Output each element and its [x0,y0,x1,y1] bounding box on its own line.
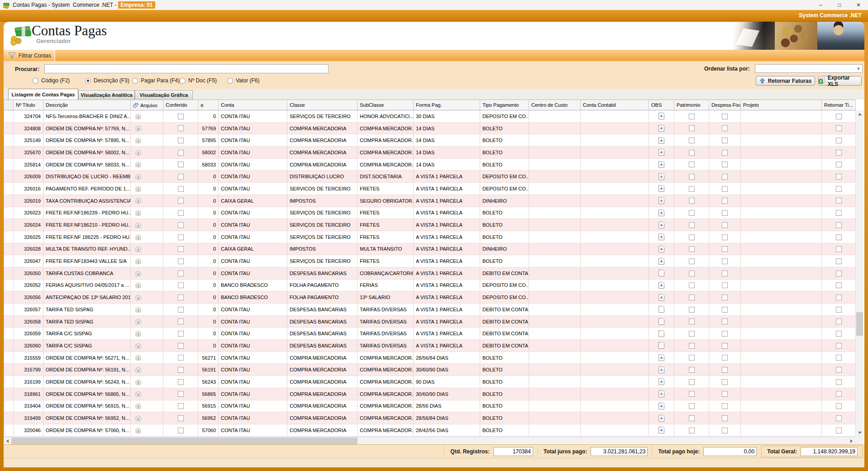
obs-note-icon[interactable]: A [658,185,664,192]
patrimonio-checkbox[interactable] [689,234,695,240]
despesa-checkbox[interactable] [722,198,728,204]
patrimonio-checkbox[interactable] [689,258,695,264]
despesa-checkbox[interactable] [722,282,728,288]
table-row[interactable]: 326058TARIFA TED SISPAG0CONTA ITAUDESPES… [4,315,856,328]
retornar-checkbox[interactable] [836,258,842,264]
conferido-checkbox[interactable] [178,428,184,433]
column-header-contacontabil[interactable]: Conta Contabil [581,100,649,110]
despesa-checkbox[interactable] [722,150,728,156]
attachment-icon[interactable] [135,222,142,228]
radio-circle[interactable] [132,78,138,84]
patrimonio-checkbox[interactable] [689,343,695,349]
attachment-icon[interactable] [135,379,142,385]
patrimonio-checkbox[interactable] [689,403,695,409]
conferido-checkbox[interactable] [178,138,184,143]
radio-option-1[interactable]: Descrição (F3) [85,77,129,84]
horizontal-scroll-thumb[interactable] [11,438,358,444]
attachment-icon[interactable] [135,210,142,216]
conferido-checkbox[interactable] [178,391,184,397]
attachment-icon[interactable] [135,114,142,119]
patrimonio-checkbox[interactable] [689,355,695,361]
obs-note-icon[interactable]: A [658,378,664,385]
patrimonio-checkbox[interactable] [689,186,695,192]
conferido-checkbox[interactable] [178,234,184,240]
vertical-scroll-thumb[interactable] [856,312,863,336]
attachment-icon[interactable] [135,282,142,288]
retornar-checkbox[interactable] [836,331,842,337]
despesa-checkbox[interactable] [722,210,728,216]
attachment-icon[interactable] [135,246,142,252]
patrimonio-checkbox[interactable] [689,162,695,167]
obs-note-icon[interactable] [658,270,664,276]
radio-option-3[interactable]: Nº Doc (F5) [180,77,217,84]
obs-note-icon[interactable]: A [658,161,664,168]
despesa-checkbox[interactable] [722,162,728,167]
retornar-checkbox[interactable] [836,295,842,300]
column-header-subclasse[interactable]: SubClasse [358,100,414,110]
obs-note-icon[interactable]: A [658,258,664,265]
conferido-checkbox[interactable] [178,150,184,156]
patrimonio-checkbox[interactable] [689,295,695,300]
despesa-checkbox[interactable] [722,234,728,240]
retornar-checkbox[interactable] [836,138,842,143]
tab-view-2[interactable]: Visualização Gráfica [135,90,193,100]
conferido-checkbox[interactable] [178,331,184,337]
attachment-icon[interactable] [135,319,142,324]
close-button[interactable]: ✕ [849,0,868,10]
tab-view-0[interactable]: Listagem de Contas Pagas [8,89,78,100]
patrimonio-checkbox[interactable] [689,415,695,421]
despesa-checkbox[interactable] [722,222,728,228]
radio-circle[interactable] [180,78,186,84]
obs-note-icon[interactable]: A [658,149,664,156]
despesa-checkbox[interactable] [722,138,728,143]
table-row[interactable]: 326060TARIFA C/C SISPAG0CONTA ITAUDESPES… [4,340,856,352]
obs-note-icon[interactable]: A [658,173,664,180]
conferido-checkbox[interactable] [178,343,184,349]
conferido-checkbox[interactable] [178,319,184,324]
radio-option-0[interactable]: Código (F2) [33,77,70,84]
attachment-icon[interactable] [135,428,142,433]
radio-circle[interactable] [33,78,38,84]
retornar-checkbox[interactable] [836,355,842,361]
scroll-down-icon[interactable] [856,429,863,437]
radio-option-2[interactable]: Pagar Para (F4) [132,77,180,84]
conferido-checkbox[interactable] [178,307,184,313]
column-header-classe[interactable]: Classe [287,100,358,110]
attachment-icon[interactable] [135,331,142,337]
patrimonio-checkbox[interactable] [689,174,695,180]
attachment-icon[interactable] [135,403,142,409]
conferido-checkbox[interactable] [178,125,184,131]
obs-note-icon[interactable]: A [658,354,664,361]
scroll-left-icon[interactable] [4,437,11,445]
column-header-obs[interactable]: OBS [649,100,674,110]
maximize-button[interactable]: □ [830,0,849,10]
conferido-checkbox[interactable] [178,403,184,409]
retornar-checkbox[interactable] [836,246,842,252]
obs-note-icon[interactable]: A [658,415,664,422]
table-row[interactable]: 319499ORDEM DE COMPRA Nº: 56952, N...569… [4,412,856,424]
despesa-checkbox[interactable] [722,379,728,385]
table-row[interactable]: 326024FRETE REF.NF186210 - PEDRO HU...0C… [4,219,856,231]
attachment-icon[interactable] [135,391,142,397]
return-invoices-button[interactable]: Retornar Faturas [756,76,815,86]
export-xls-button[interactable]: Exportar XLS [818,76,862,86]
patrimonio-checkbox[interactable] [689,331,695,337]
conferido-checkbox[interactable] [178,367,184,373]
column-header-tipo[interactable]: Tipo Pagamento [480,100,529,110]
patrimonio-checkbox[interactable] [689,138,695,143]
patrimonio-checkbox[interactable] [689,379,695,385]
table-row[interactable]: 320046ORDEM DE COMPRA Nº: 57060, N...570… [4,424,856,436]
table-row[interactable]: 326016PAGAMENTO REF. PERÍODO DE 1...0CON… [4,183,856,195]
obs-note-icon[interactable]: A [658,125,664,132]
retornar-checkbox[interactable] [836,210,842,216]
retornar-checkbox[interactable] [836,174,842,180]
scroll-right-icon[interactable] [848,437,855,445]
conferido-checkbox[interactable] [178,210,184,216]
conferido-checkbox[interactable] [178,222,184,228]
attachment-icon[interactable] [135,198,142,204]
despesa-checkbox[interactable] [722,343,728,349]
despesa-checkbox[interactable] [722,415,728,421]
attachment-icon[interactable] [135,415,142,421]
table-row[interactable]: 326052FERIAS AQUISITIVO 04/05/2017 a ...… [4,279,856,291]
table-row[interactable]: 325670ORDEM DE COMPRA Nº: 58002, N...580… [4,147,856,159]
